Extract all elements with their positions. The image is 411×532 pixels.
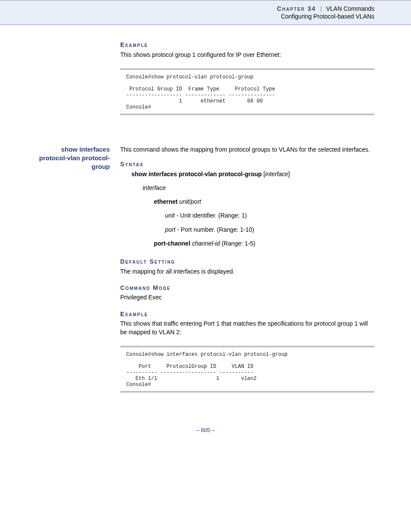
- chapter-title: VLAN Commands: [326, 5, 374, 12]
- chapter-subtitle: Configuring Protocol-based VLANs: [0, 12, 374, 20]
- page-header: Chapter 34 | VLAN Commands Configuring P…: [0, 0, 411, 25]
- command-mode-text: Privileged Exec: [120, 293, 374, 302]
- syntax-unit-port: unit/port: [177, 198, 201, 205]
- default-setting-heading: Default Setting: [120, 257, 374, 266]
- syntax-heading: Syntax: [120, 160, 374, 168]
- syntax-channel-id: channel-id: [190, 240, 220, 247]
- syntax-ethernet: ethernet: [154, 198, 177, 205]
- syntax-unit: unit: [165, 212, 175, 219]
- command-name: show interfaces protocol-vlan protocol-g…: [37, 145, 110, 344]
- syntax-bracket-close: ]: [288, 171, 290, 177]
- command-description: This command shows the mapping from prot…: [120, 145, 374, 154]
- code-block-2: Console#show interfaces protocol-vlan pr…: [120, 346, 374, 392]
- chapter-label: Chapter 34: [277, 5, 316, 12]
- header-separator: |: [318, 5, 324, 12]
- page-number: – 805 –: [0, 423, 411, 446]
- syntax-port: port: [165, 226, 175, 233]
- syntax-port-desc: - Port number. (Range: 1-10): [175, 226, 254, 233]
- syntax-unit-desc: - Unit identifier. (Range: 1): [175, 212, 247, 219]
- example2-heading: Example: [120, 310, 374, 318]
- syntax-pc-desc: (Range: 1-5): [220, 240, 255, 247]
- example-text: This shows protocol group 1 configured f…: [120, 50, 374, 59]
- syntax-interface-arg: interface: [265, 171, 288, 177]
- syntax-interface-word: interface: [143, 184, 374, 192]
- code-block: Console#show protocol-vlan protocol-grou…: [120, 68, 374, 115]
- example-heading: Example: [120, 40, 374, 49]
- syntax-port-channel: port-channel: [154, 240, 190, 247]
- example2-text: This shows that traffic entering Port 1 …: [120, 319, 374, 337]
- default-setting-text: The mapping for all interfaces is displa…: [120, 267, 374, 276]
- syntax-block: show interfaces protocol-vlan protocol-g…: [120, 170, 374, 248]
- syntax-command: show interfaces protocol-vlan protocol-g…: [131, 171, 262, 177]
- command-mode-heading: Command Mode: [120, 283, 374, 292]
